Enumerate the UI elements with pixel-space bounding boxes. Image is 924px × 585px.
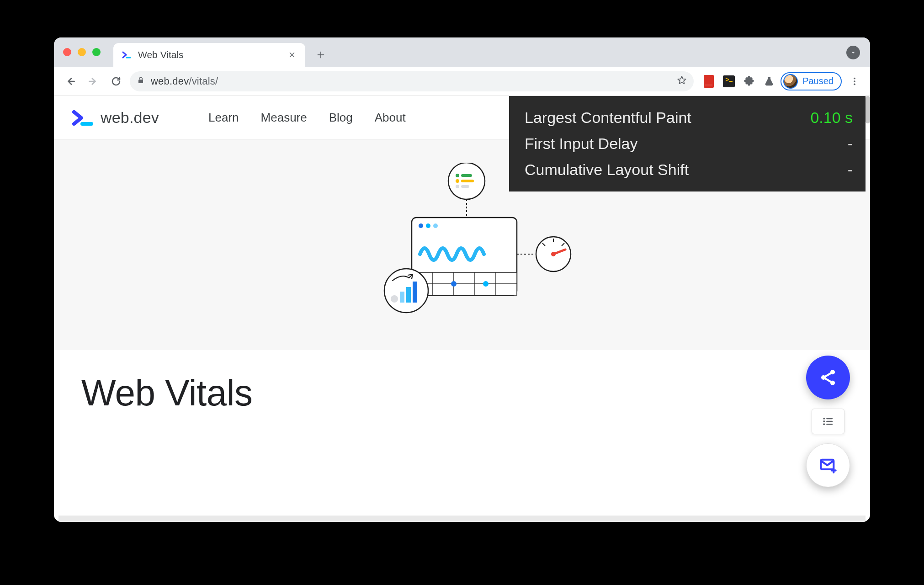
svg-point-10 [456,185,459,188]
webdev-favicon-icon [122,49,133,60]
extension-2-icon[interactable] [722,74,736,88]
svg-point-32 [391,295,398,303]
url-path: /vitals/ [189,75,218,87]
svg-rect-35 [413,282,417,303]
title-section: Web Vitals [54,350,870,414]
nav-measure[interactable]: Measure [261,111,307,125]
lock-icon [136,76,145,87]
url-host: web.dev [151,75,189,87]
webdev-logo-icon [72,108,94,128]
svg-point-41 [823,420,825,422]
extensions-puzzle-icon[interactable] [742,74,756,88]
fab-stack [806,356,850,487]
svg-point-24 [483,281,489,287]
svg-point-39 [823,418,825,420]
vitals-label: Largest Contentful Paint [525,109,691,127]
svg-point-43 [823,423,825,425]
vitals-label: Cumulative Layout Shift [525,161,689,179]
web-vitals-overlay: Largest Contentful Paint 0.10 s First In… [509,96,866,191]
reload-button[interactable] [107,72,125,90]
window-zoom-button[interactable] [92,48,101,56]
svg-rect-11 [461,185,469,188]
tab-close-button[interactable] [287,50,297,60]
svg-rect-7 [461,174,472,177]
toc-chip[interactable] [812,409,844,434]
vitals-row-lcp: Largest Contentful Paint 0.10 s [525,109,853,127]
tab-strip: Web Vitals [54,37,870,67]
svg-point-2 [854,80,855,82]
svg-point-1 [854,77,855,79]
extension-1-icon[interactable] [702,74,716,88]
nav-about[interactable]: About [375,111,406,125]
svg-point-6 [456,174,459,177]
extensions-row [702,74,776,88]
share-fab[interactable] [806,356,850,399]
labs-flask-icon[interactable] [762,74,776,88]
vitals-value: - [848,135,853,153]
browser-window: Web Vitals [54,37,870,522]
site-brand-name: web.dev [101,109,159,127]
profile-chip[interactable]: Paused [781,72,842,90]
window-close-button[interactable] [63,48,71,56]
vitals-value: 0.10 s [810,109,853,127]
bookmark-star-icon[interactable] [676,75,687,88]
vitals-row-cls: Cumulative Layout Shift - [525,161,853,179]
address-bar[interactable]: web.dev/vitals/ [130,71,694,91]
browser-menu-button[interactable] [846,73,863,90]
page-content: web.dev Learn Measure Blog About Search … [54,96,870,516]
site-brand[interactable]: web.dev [72,108,159,128]
svg-rect-40 [826,418,833,420]
horizontal-scrollbar[interactable] [58,516,866,522]
new-tab-button[interactable] [312,46,330,64]
forward-button[interactable] [84,72,102,90]
svg-point-14 [419,223,423,228]
svg-point-16 [433,223,438,228]
svg-point-3 [854,83,855,85]
svg-rect-0 [138,80,143,83]
svg-point-23 [451,281,457,287]
nav-blog[interactable]: Blog [329,111,353,125]
profile-avatar-icon [783,74,798,89]
page-title: Web Vitals [81,372,843,414]
url-text: web.dev/vitals/ [151,75,218,87]
svg-rect-42 [826,421,833,422]
subscribe-fab[interactable] [806,443,850,487]
window-minimize-button[interactable] [78,48,86,56]
tab-list-button[interactable] [846,46,860,59]
profile-status-label: Paused [802,76,834,86]
primary-nav: Learn Measure Blog About [208,111,406,125]
back-button[interactable] [61,72,80,90]
svg-rect-34 [406,287,411,303]
vitals-value: - [848,161,853,179]
svg-point-8 [456,179,459,183]
svg-rect-44 [826,424,833,425]
browser-toolbar: web.dev/vitals/ Paused [54,67,870,96]
nav-learn[interactable]: Learn [208,111,239,125]
vitals-label: First Input Delay [525,135,638,153]
tab-title: Web Vitals [138,49,281,60]
svg-rect-33 [400,292,404,303]
window-controls [61,37,103,67]
svg-point-15 [426,223,430,228]
vitals-row-fid: First Input Delay - [525,135,853,153]
browser-tab[interactable]: Web Vitals [113,43,305,67]
svg-rect-9 [461,180,474,182]
